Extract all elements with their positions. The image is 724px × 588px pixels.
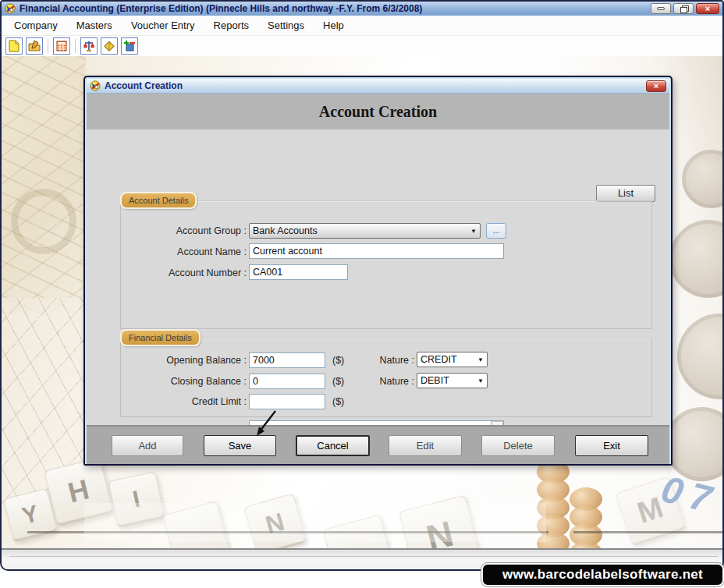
balance-scales-button[interactable] <box>80 37 98 55</box>
restore-button[interactable] <box>673 3 694 14</box>
banknote-seal-decoration <box>11 189 76 254</box>
closing-balance-input[interactable] <box>249 374 325 389</box>
ledger-book-icon <box>103 40 115 52</box>
key-letter: Y <box>20 500 41 530</box>
financial-details-legend: Financial Details <box>120 329 201 346</box>
table-edge-line <box>573 531 724 533</box>
account-details-legend: Account Details <box>120 192 197 209</box>
main-window: Financial Accounting (Enterprise Edition… <box>0 0 724 571</box>
toolbar-separator <box>75 39 76 53</box>
delete-button[interactable]: Delete <box>481 435 555 456</box>
opening-nature-label: Nature : <box>321 355 414 366</box>
add-account-icon <box>123 40 136 52</box>
edit-record-icon <box>28 40 41 52</box>
list-button[interactable]: List <box>596 185 655 202</box>
minimize-icon <box>657 7 665 10</box>
closing-nature-select[interactable]: DEBIT ▼ <box>417 373 488 388</box>
window-titlebar: Financial Accounting (Enterprise Edition… <box>2 2 722 16</box>
menu-voucher-entry[interactable]: Voucher Entry <box>122 19 204 31</box>
account-group-value: Bank Accounts <box>253 225 467 236</box>
credit-limit-label: Credit Limit : <box>153 396 247 407</box>
ledger-book-button[interactable] <box>101 37 118 55</box>
reflection-overlay <box>84 503 546 542</box>
chevron-down-icon: ▼ <box>467 228 477 235</box>
frame-line <box>9 556 718 557</box>
browse-groups-button[interactable]: ... <box>486 223 506 239</box>
menu-company[interactable]: Company <box>5 19 67 31</box>
opening-balance-label: Opening Balance : <box>153 355 247 366</box>
new-document-button[interactable] <box>5 37 23 55</box>
dialog-close-button[interactable]: × <box>646 80 666 92</box>
account-name-label: Account Name : <box>153 246 247 257</box>
banknotes-decoration <box>2 56 86 313</box>
menu-settings[interactable]: Settings <box>258 19 314 31</box>
credit-limit-input[interactable] <box>249 394 325 409</box>
new-document-icon <box>8 40 20 52</box>
dialog-titlebar: Account Creation × <box>87 79 669 94</box>
application-root: Financial Accounting (Enterprise Edition… <box>0 0 724 588</box>
edit-record-button[interactable] <box>26 37 43 55</box>
account-number-input[interactable] <box>249 264 348 280</box>
minimize-button[interactable] <box>651 3 671 14</box>
account-group-label: Account Group : <box>153 225 247 236</box>
account-details-fieldset <box>120 200 652 329</box>
coin-decoration <box>669 220 724 298</box>
dialog-title: Account Creation <box>105 80 646 91</box>
account-group-select[interactable]: Bank Accounts ▼ <box>249 223 481 239</box>
edit-button[interactable]: Edit <box>389 435 462 456</box>
menu-masters[interactable]: Masters <box>67 19 122 31</box>
coin-decoration <box>677 313 724 399</box>
calculator-button[interactable] <box>53 37 70 55</box>
exit-button[interactable]: Exit <box>575 435 648 456</box>
toolbar <box>2 36 722 56</box>
chevron-down-icon: ▼ <box>474 356 484 363</box>
dialog-heading: Account Creation <box>319 103 437 121</box>
balance-scales-icon <box>83 40 95 52</box>
close-button[interactable]: × <box>696 3 719 14</box>
watermark-banner: www.barcodelabelsoftware.net <box>481 563 724 586</box>
opening-nature-select[interactable]: CREDIT ▼ <box>417 352 488 367</box>
calculator-icon <box>55 40 68 52</box>
cancel-button[interactable]: Cancel <box>296 435 370 456</box>
dialog-heading-band: Account Creation <box>87 94 669 129</box>
window-title: Financial Accounting (Enterprise Edition… <box>20 3 651 14</box>
toolbar-separator <box>48 39 48 53</box>
closing-nature-value: DEBIT <box>421 375 474 386</box>
restore-icon <box>680 5 687 12</box>
app-icon <box>5 3 16 14</box>
account-creation-dialog: Account Creation × Account Creation List… <box>83 76 673 466</box>
add-button[interactable]: Add <box>112 435 183 456</box>
dialog-button-band: Add Save Cancel Edit Delete Exit <box>87 425 669 464</box>
opening-balance-input[interactable] <box>249 352 325 368</box>
opening-nature-value: CREDIT <box>421 354 474 365</box>
coin-decoration <box>682 150 724 208</box>
close-icon: × <box>705 4 710 13</box>
credit-currency-unit: ($) <box>332 396 344 407</box>
add-account-button[interactable] <box>121 37 138 55</box>
closing-balance-label: Closing Balance : <box>153 376 247 387</box>
save-button[interactable]: Save <box>204 435 276 456</box>
account-name-input[interactable] <box>249 243 504 259</box>
dialog-icon <box>90 80 101 91</box>
chevron-down-icon: ▼ <box>474 377 484 384</box>
close-icon: × <box>654 81 658 90</box>
account-number-label: Account Number : <box>153 267 247 278</box>
closing-nature-label: Nature : <box>321 376 414 387</box>
dialog-content: List Account Details Account Group : Ban… <box>87 129 669 425</box>
menu-reports[interactable]: Reports <box>204 19 259 31</box>
menu-bar: Company Masters Voucher Entry Reports Se… <box>2 16 722 36</box>
menu-help[interactable]: Help <box>314 19 353 31</box>
window-controls: × <box>651 3 719 14</box>
